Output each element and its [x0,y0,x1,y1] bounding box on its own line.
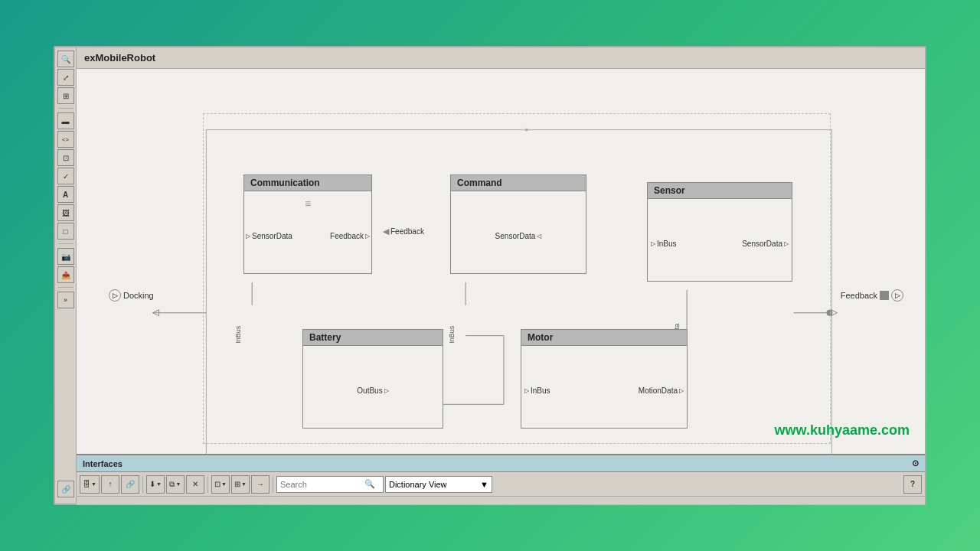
separator-2 [58,243,74,244]
left-toolbar: 🔍 ⤢ ⊞ ▬ <> ⊡ ✓ A 🖼 □ 📷 📤 » 🔗 [55,47,77,504]
svg-marker-18 [153,310,159,316]
sensor-body: ▷InBus SensorData▷ [648,199,792,260]
motor-body: ▷InBus MotionData▷ [521,346,687,407]
nav-button[interactable]: → [251,475,270,494]
dict-view-dropdown[interactable]: Dictionary View ▼ [385,476,492,493]
content-area: exMobileRobot [77,47,925,504]
filter-arrow: ▼ [221,481,227,487]
battery-box[interactable]: Battery OutBus▷ [302,329,443,429]
network-btn[interactable]: 🔗 [57,481,74,497]
bottom-row-1 [77,497,925,505]
bottom-panel-title: Interfaces [83,459,122,468]
help-button[interactable]: ? [903,475,922,494]
filter-icon: ⊡ [214,480,220,488]
copy-icon: ⧉ [169,480,175,489]
db-icon: 🗄 [83,480,90,488]
square-btn[interactable]: □ [57,223,74,240]
battery-body: OutBus▷ [303,346,443,407]
command-body: SensorData◁ [451,191,586,253]
main-window: 🔍 ⤢ ⊞ ▬ <> ⊡ ✓ A 🖼 □ 📷 📤 » 🔗 exMobileRob… [54,46,926,505]
svg-text:InBus: InBus [448,325,456,343]
bottom-toolbar: 🗄 ▼ ↑ 🔗 ⬇ ▼ ⧉ ▼ ✕ ⊡ ▼ [77,472,925,497]
sensor-header: Sensor [648,183,792,199]
fit-btn[interactable]: ⤢ [57,69,74,86]
motor-header: Motor [521,330,687,346]
port-outbus-battery: OutBus▷ [357,386,388,395]
collapse-icon[interactable]: ⊙ [912,458,919,468]
db-dropdown-arrow: ▼ [91,481,96,487]
copy-arrow: ▼ [175,481,181,487]
search-field[interactable] [280,480,364,489]
feedback-port-right: Feedback ▷ [841,289,903,302]
download-arrow: ▼ [156,481,162,487]
search-input-wrapper[interactable]: 🔍 [276,476,384,493]
docking-port: ▷ Docking [109,289,154,302]
diagram-canvas[interactable]: InBus InBus MotionData [77,69,925,454]
svg-point-1 [525,129,528,132]
grid-icon: ⊞ [234,480,240,488]
dict-view-label: Dictionary View [389,480,447,489]
expand-btn[interactable]: ⊞ [57,87,74,104]
separator-1 [58,108,74,109]
feedback-connector: ◀Feedback [383,227,424,236]
port-sensordata-comm: ▷SensorData [246,232,292,240]
port-inbus-motor: ▷InBus [524,386,550,395]
link-button[interactable]: 🔗 [121,475,139,494]
port-sensordata-cmd: SensorData◁ [495,232,542,240]
panel-btn[interactable]: ▬ [57,112,74,129]
download-icon: ⬇ [149,480,155,488]
code-btn[interactable]: <> [57,131,74,148]
search-icon: 🔍 [364,479,375,489]
communication-header: Communication [244,175,371,191]
camera-btn[interactable]: 📷 [57,248,74,265]
db-button[interactable]: 🗄 ▼ [80,475,100,494]
check-btn[interactable]: ✓ [57,168,74,184]
separator-3 [58,287,74,288]
port-feedback-comm: Feedback▷ [330,232,370,240]
svg-marker-21 [831,310,837,316]
bottom-panel: Interfaces ⊙ 🗄 ▼ ↑ 🔗 ⬇ ▼ ⧉ ▼ [77,454,925,504]
sep2 [207,476,208,493]
copy-button[interactable]: ⧉ ▼ [166,475,185,494]
svg-point-20 [826,310,832,316]
svg-text:InBus: InBus [234,325,242,343]
text-btn[interactable]: A [57,186,74,203]
port-motiondata-motor: MotionData▷ [639,386,684,395]
download-button[interactable]: ⬇ ▼ [146,475,165,494]
battery-header: Battery [303,330,443,346]
grid-button[interactable]: ⊞ ▼ [231,475,250,494]
dict-view-arrow: ▼ [480,480,488,489]
port-sensordata-sensor: SensorData▷ [742,240,789,248]
filter-button[interactable]: ⊡ ▼ [211,475,230,494]
command-header: Command [451,175,586,191]
more-btn[interactable]: » [57,292,74,308]
delete-button[interactable]: ✕ [186,475,204,494]
sep3 [273,476,273,493]
zoom-btn[interactable]: 🔍 [57,51,74,67]
sensor-box[interactable]: Sensor ▷InBus SensorData▷ [647,182,792,282]
motor-box[interactable]: Motor ▷InBus MotionData▷ [521,329,688,429]
watermark: www.kuhyaame.com [775,422,910,439]
arrow-up-button[interactable]: ↑ [101,475,119,494]
port-inbus-sensor: ▷InBus [651,240,677,248]
bottom-panel-header: Interfaces ⊙ [77,455,925,472]
export-btn[interactable]: 📤 [57,266,74,283]
title-bar: exMobileRobot [77,47,925,69]
components-btn[interactable]: ⊡ [57,149,74,166]
grid-arrow: ▼ [241,481,247,487]
sep1 [142,476,143,493]
command-box[interactable]: Command SensorData◁ [450,174,586,274]
communication-body: ≡ ▷SensorData Feedback▷ [244,191,371,253]
communication-box[interactable]: Communication ≡ ▷SensorData Feedback▷ [243,174,372,274]
window-title: exMobileRobot [84,52,155,64]
image-btn[interactable]: 🖼 [57,204,74,221]
